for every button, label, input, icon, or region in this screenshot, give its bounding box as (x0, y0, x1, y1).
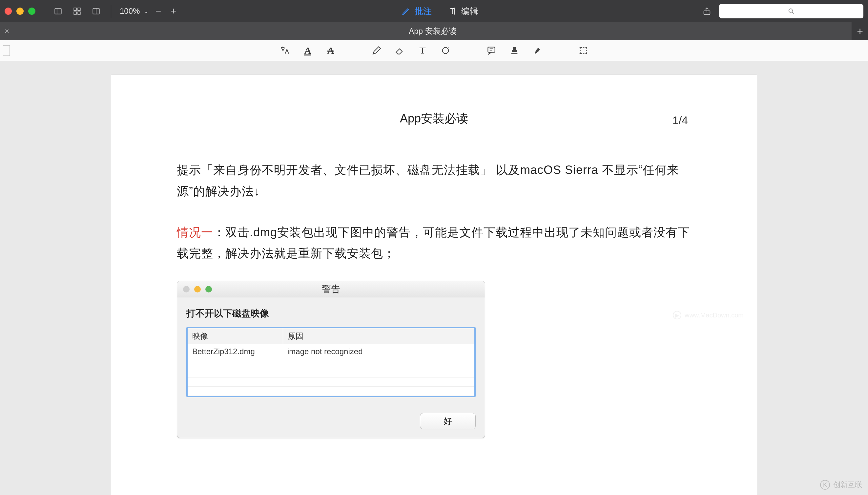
alert-message: 打不开以下磁盘映像 (186, 307, 476, 320)
paragraph-intro: 提示「来自身份不明开发者、文件已损坏、磁盘无法挂载」 以及macOS Sierr… (177, 159, 691, 202)
traffic-lights (5, 7, 35, 15)
alert-table: 映像 原因 BetterZip312.dmg image not recogni… (186, 327, 476, 397)
annotate-mode-button[interactable]: 批注 (402, 5, 432, 17)
alert-title: 警告 (177, 283, 485, 295)
alert-titlebar: 警告 (177, 281, 485, 297)
stamp-tool[interactable] (508, 44, 521, 57)
svg-line-11 (792, 12, 794, 14)
alert-ok-button[interactable]: 好 (420, 413, 476, 429)
alert-col-image: 映像 (188, 328, 283, 344)
case-one-label: 情况一 (177, 225, 213, 239)
reader-view-button[interactable] (90, 5, 102, 17)
crop-selection-tool[interactable] (577, 44, 590, 57)
svg-point-20 (580, 53, 581, 54)
sidebar-toggle-button[interactable] (52, 5, 64, 17)
embedded-alert-screenshot: 警告 打不开以下磁盘映像 映像 原因 BetterZip312.dmg imag… (177, 281, 485, 438)
new-tab-button[interactable]: + (852, 22, 868, 40)
zoom-dropdown-icon[interactable]: ⌄ (144, 7, 148, 15)
page-edge-indicator (3, 45, 10, 56)
window-titlebar: 100% ⌄ − + 批注 编辑 (0, 0, 868, 22)
tab-bar: × App 安装必读 + (0, 22, 868, 40)
svg-line-13 (448, 47, 449, 48)
window-close-button[interactable] (5, 7, 12, 15)
paragraph-case1: 情况一：双击.dmg安装包出现下图中的警告，可能是文件下载过程中出现了未知问题或… (177, 222, 691, 264)
search-icon (787, 7, 795, 15)
search-input[interactable] (719, 4, 863, 18)
shape-tool[interactable] (439, 44, 452, 57)
svg-point-12 (443, 47, 449, 53)
alert-row-image: BetterZip312.dmg (188, 344, 283, 359)
zoom-control: 100% ⌄ − + (120, 5, 179, 17)
zoom-out-button[interactable]: − (153, 5, 164, 17)
svg-point-21 (586, 53, 587, 54)
thumbnails-view-button[interactable] (71, 5, 83, 17)
zoom-in-button[interactable]: + (167, 5, 179, 17)
page-indicator: 1/4 (672, 114, 688, 127)
document-canvas[interactable]: 1/4 App安装必读 提示「来自身份不明开发者、文件已损坏、磁盘无法挂载」 以… (0, 61, 868, 495)
macdown-watermark-text: www.MacDown.com (685, 311, 744, 319)
share-button[interactable] (701, 5, 713, 17)
pen-icon (402, 6, 411, 16)
edit-mode-label: 编辑 (461, 5, 478, 17)
svg-point-19 (586, 47, 587, 48)
alert-row-reason: image not recognized (283, 344, 474, 359)
annotation-toolbar: A A (0, 40, 868, 61)
zoom-level-label[interactable]: 100% (120, 6, 140, 16)
svg-rect-5 (78, 12, 81, 14)
text-edit-icon (448, 6, 457, 16)
alert-col-reason: 原因 (283, 328, 474, 344)
signature-tool[interactable] (531, 44, 544, 57)
case-one-text: ：双击.dmg安装包出现下图中的警告，可能是文件下载过程中出现了未知问题或者没有… (177, 225, 690, 260)
annotate-mode-label: 批注 (415, 5, 432, 17)
svg-rect-3 (78, 8, 81, 11)
pencil-tool[interactable] (370, 44, 383, 57)
svg-point-18 (580, 47, 581, 48)
toolbar-divider (111, 5, 111, 18)
edit-mode-button[interactable]: 编辑 (448, 5, 478, 17)
tab-close-button[interactable]: × (0, 22, 14, 40)
document-title: App安装必读 (400, 110, 468, 127)
window-minimize-button[interactable] (16, 7, 24, 15)
eraser-tool[interactable] (393, 44, 406, 57)
svg-rect-2 (74, 8, 76, 11)
image-watermark: K 创新互联 (820, 480, 862, 490)
watermark-text: 创新互联 (833, 480, 862, 490)
strikethrough-text-tool[interactable]: A (324, 44, 337, 57)
document-page: 1/4 App安装必读 提示「来自身份不明开发者、文件已损坏、磁盘无法挂载」 以… (111, 74, 757, 495)
underline-text-tool[interactable]: A (301, 44, 314, 57)
tab-title[interactable]: App 安装必读 (14, 22, 852, 40)
macdown-watermark: ▶ www.MacDown.com (673, 311, 744, 319)
translate-tool[interactable] (278, 44, 291, 57)
svg-point-10 (789, 9, 793, 13)
watermark-icon: K (820, 480, 830, 490)
svg-rect-0 (55, 8, 61, 14)
note-tool[interactable] (485, 44, 498, 57)
svg-rect-4 (74, 12, 76, 14)
window-zoom-button[interactable] (28, 7, 35, 15)
text-box-tool[interactable] (416, 44, 429, 57)
svg-rect-14 (488, 47, 495, 52)
